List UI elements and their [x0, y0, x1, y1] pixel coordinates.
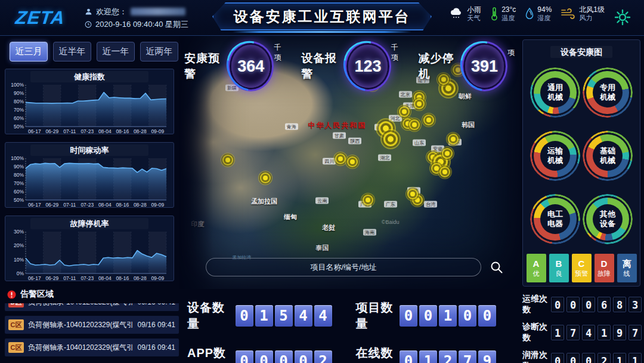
search-icon[interactable]: [490, 260, 504, 275]
ring-transport-machinery: 运输机械: [530, 131, 580, 181]
svg-text:07-23: 07-23: [80, 202, 94, 208]
digit-box: 5: [275, 305, 293, 327]
alarm-map-marker[interactable]: [415, 198, 420, 202]
kpi-ring: 391: [465, 45, 504, 88]
alert-icon: [7, 290, 16, 299]
zeta-logo: ZETA: [14, 7, 66, 29]
weather-label: 风力: [579, 14, 605, 22]
alert-list[interactable]: D区负荷侧轴承-10401202329(煤气引风机电...09/16 09:41…: [5, 303, 179, 361]
alarm-map-marker[interactable]: [431, 155, 435, 159]
welcome-block: 欢迎您： 2020-9-16 09:40:40 星期三: [85, 5, 188, 30]
alert-text: 负荷侧轴承-10401202329(煤气引风机电...: [28, 343, 134, 353]
ring-label: 机械: [547, 156, 563, 165]
kpi-device-alarm: 设备报警 123 千项: [301, 45, 404, 88]
legend-item-B: B良: [549, 254, 569, 282]
filter-button-近一年[interactable]: 近一年: [97, 42, 135, 61]
digit-box: 0: [551, 297, 564, 312]
alarm-map-marker[interactable]: [410, 192, 415, 196]
alert-row[interactable]: C区负荷侧轴承-10401202329(煤气引风机电...09/16 09:41: [5, 316, 179, 334]
ring-electrical-equipment: 电工电器: [530, 194, 580, 244]
svg-text:70%: 70%: [14, 107, 24, 113]
thermometer-icon: [490, 7, 499, 21]
weather-item: 23°c温度: [490, 5, 516, 22]
user-name-redacted: [131, 8, 185, 16]
counter-row: 诊断次数 174197: [522, 322, 642, 343]
dashboard-root: ZETA 欢迎您： 2020-9-16 09:40:40 星期三 设备安康工业互…: [0, 0, 644, 363]
alarm-map-marker[interactable]: [438, 159, 444, 165]
bottom-stats-row: 设备数量 01544 项目数量 00100: [187, 300, 520, 332]
user-icon: [85, 8, 92, 16]
alert-row[interactable]: D区负荷侧轴承-10401202329(煤气引风机电...09/16 09:41: [5, 303, 179, 311]
svg-text:07-23: 07-23: [80, 275, 94, 281]
kpi-label: 安康预警: [184, 51, 228, 82]
alarm-map-marker[interactable]: [451, 137, 456, 141]
digit-box: 1: [628, 353, 642, 363]
svg-text:80%: 80%: [14, 172, 24, 178]
kpi-label: 减少停机: [419, 51, 462, 82]
alarm-map-marker[interactable]: [402, 109, 407, 114]
alarm-map-marker[interactable]: [405, 121, 410, 126]
ring-label: 设备: [600, 219, 615, 229]
weather-item: 小雨天气: [450, 5, 481, 22]
filter-button-近两年[interactable]: 近两年: [140, 42, 178, 61]
svg-text:06-29: 06-29: [45, 202, 58, 208]
digit-box: 9: [478, 350, 496, 363]
svg-text:50%: 50%: [14, 124, 24, 130]
alarm-map-marker[interactable]: [417, 95, 422, 100]
map-label-province: 台湾: [424, 201, 437, 207]
alarm-map-marker[interactable]: [426, 118, 431, 122]
map-label-watermark: ©Baidu: [382, 219, 400, 225]
alert-time: 09/16 09:41: [138, 321, 175, 329]
alarm-map-marker[interactable]: [383, 125, 389, 131]
alert-section-title: 告警区域: [20, 289, 54, 300]
weather-value: 北风1级: [579, 5, 605, 14]
diagnosis-count-digits: 174197: [551, 325, 642, 340]
equipment-rings-grid: 通用机械 专用机械 运输机械 基础机械 电工电器 其他设备: [523, 58, 640, 244]
alarm-map-marker[interactable]: [338, 156, 343, 161]
map-label-red: 中华人民共和国: [308, 121, 366, 131]
digit-box: 0: [295, 350, 312, 363]
map-label-province: 海南: [363, 229, 376, 235]
digit-box: 0: [566, 297, 580, 312]
alert-row[interactable]: C区负荷侧轴承-10401202329(煤气引风机电...09/16 09:41: [5, 339, 179, 356]
filter-button-近半年[interactable]: 近半年: [53, 42, 91, 61]
map-label-country: 泰国: [315, 243, 329, 252]
china-map-canvas[interactable]: 新疆青海甘肃陕西山西四川湖北北京天津河北山东江苏安徽云南广西广东福建台湾海南辽宁…: [179, 36, 520, 289]
kpi-unit: 项: [507, 48, 515, 58]
kpi-label: 设备报警: [301, 51, 345, 82]
weather-value: 小雨: [467, 5, 481, 14]
alarm-map-marker[interactable]: [417, 101, 422, 106]
kpi-ring: 364: [231, 45, 271, 88]
settings-gear-icon[interactable]: [613, 8, 632, 27]
alarm-map-marker[interactable]: [412, 122, 417, 127]
map-label-country: 孟加拉国: [251, 196, 277, 205]
welcome-label: 欢迎您：: [96, 5, 127, 18]
alarm-map-marker[interactable]: [388, 136, 394, 142]
filter-button-近三月[interactable]: 近三月: [10, 42, 48, 61]
right-counters-section: 运维次数 000683 诊断次数 174197 润滑次数 000211: [522, 294, 642, 363]
chart-card-health-index: 健康指数 50%60%70%80%90%100%06-1706-2907-110…: [5, 69, 174, 134]
digit-box: 0: [400, 305, 417, 327]
alarm-map-marker[interactable]: [263, 176, 268, 180]
alarm-map-marker[interactable]: [434, 166, 439, 171]
svg-text:06-29: 06-29: [45, 128, 58, 134]
alarm-map-marker[interactable]: [445, 151, 450, 156]
counter-label: 诊断次数: [522, 322, 551, 343]
maintenance-count-digits: 000683: [551, 297, 642, 312]
alarm-map-marker[interactable]: [366, 198, 370, 202]
datetime-text: 2020-9-16 09:40:40 星期三: [95, 18, 188, 30]
alarm-map-marker[interactable]: [442, 170, 447, 174]
weather-value: 94%: [537, 5, 552, 14]
map-label-province: 甘肃: [333, 133, 346, 139]
alarm-map-marker[interactable]: [225, 158, 230, 162]
stat-label: APP数量: [187, 345, 236, 363]
stat-label: 设备数量: [187, 300, 236, 332]
ring-label: 机械: [600, 156, 615, 165]
cloud-rain-icon: [450, 7, 464, 20]
project-search-input[interactable]: [206, 258, 481, 276]
svg-text:60%: 60%: [14, 189, 24, 195]
alert-text: 负荷侧轴承-10401202329(煤气引风机电...: [28, 303, 134, 307]
alarm-map-marker[interactable]: [350, 159, 355, 164]
kpi-value: 123: [354, 57, 381, 76]
digit-box: 8: [613, 297, 626, 312]
